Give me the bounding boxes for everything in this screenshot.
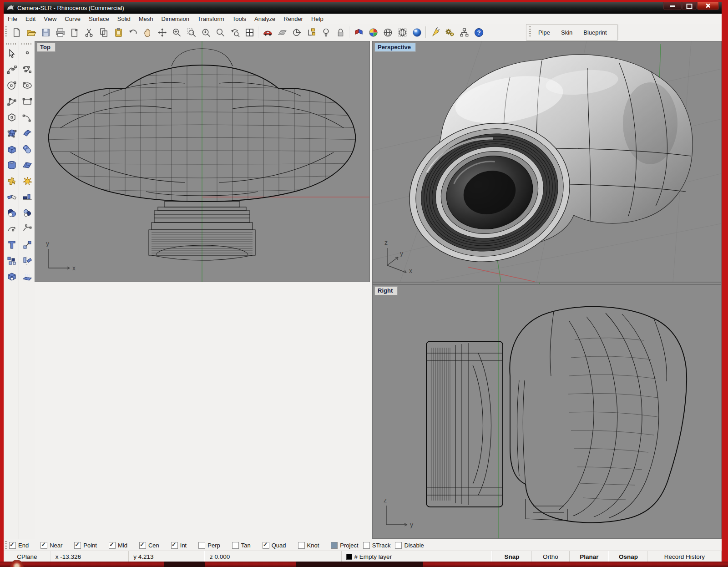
- snap-toggle[interactable]: Snap: [492, 551, 532, 562]
- text-icon[interactable]: [4, 237, 20, 253]
- title-bar[interactable]: Camera-SLR - Rhinoceros (Commercial): [4, 2, 722, 14]
- arc-icon[interactable]: [19, 109, 35, 125]
- help-icon[interactable]: ?: [471, 25, 486, 40]
- osnap-grip[interactable]: [5, 541, 7, 549]
- copy-icon[interactable]: [96, 25, 111, 40]
- viewport-top[interactable]: Top: [35, 41, 370, 282]
- record-history-toggle[interactable]: Record History: [648, 551, 722, 562]
- minimize-button[interactable]: [663, 2, 682, 10]
- select-icon[interactable]: [4, 46, 20, 61]
- extend-curve-icon[interactable]: [4, 221, 20, 237]
- osnap-mid-checkbox[interactable]: [109, 542, 116, 549]
- blueprint-button[interactable]: Blueprint: [578, 27, 612, 38]
- wireframe-display-icon[interactable]: [380, 25, 395, 40]
- menu-solid[interactable]: Solid: [113, 15, 135, 23]
- osnap-int[interactable]: Int: [171, 542, 187, 549]
- osnap-cen-checkbox[interactable]: [139, 542, 146, 549]
- hatch-icon[interactable]: [19, 268, 35, 284]
- osnap-end[interactable]: End: [9, 542, 29, 549]
- zoom-selected-icon[interactable]: [213, 25, 228, 40]
- close-button[interactable]: [697, 2, 719, 10]
- history-tree-icon[interactable]: [457, 25, 471, 40]
- extrude-box-icon[interactable]: [4, 268, 20, 284]
- polyline-icon[interactable]: [4, 93, 20, 109]
- undo-icon[interactable]: [126, 25, 140, 40]
- osnap-quad[interactable]: Quad: [263, 542, 286, 549]
- floating-toolbar-grip[interactable]: [529, 26, 531, 38]
- osnap-perp[interactable]: Perp: [198, 542, 220, 549]
- menu-dimension[interactable]: Dimension: [157, 15, 193, 23]
- osnap-strack[interactable]: STrack: [363, 542, 391, 549]
- save-icon[interactable]: [38, 25, 53, 40]
- osnap-project[interactable]: Project: [331, 542, 358, 549]
- osnap-knot[interactable]: Knot: [298, 542, 319, 549]
- menu-help[interactable]: Help: [307, 15, 328, 23]
- rectangle-icon[interactable]: [19, 93, 35, 109]
- open-icon[interactable]: [24, 25, 38, 40]
- options-icon[interactable]: [442, 25, 457, 40]
- pipe-button[interactable]: Pipe: [533, 27, 556, 38]
- surface-sheet-icon[interactable]: [19, 157, 35, 173]
- viewport-perspective[interactable]: Perspective: [372, 41, 722, 282]
- rendered-display-icon[interactable]: [410, 25, 424, 40]
- menu-analyze[interactable]: Analyze: [250, 15, 279, 23]
- osnap-point[interactable]: Point: [74, 542, 97, 549]
- maximize-button[interactable]: [682, 2, 697, 10]
- viewport-top-label[interactable]: Top: [37, 43, 56, 52]
- osnap-near[interactable]: Near: [40, 542, 62, 549]
- boolean-difference-icon[interactable]: [19, 205, 35, 221]
- menu-edit[interactable]: Edit: [21, 15, 40, 23]
- viewport-splitter-horizontal[interactable]: [35, 282, 370, 284]
- point-icon[interactable]: [19, 46, 35, 61]
- viewport-layout-icon[interactable]: [242, 25, 257, 40]
- pan-icon[interactable]: [140, 25, 155, 40]
- box-icon[interactable]: [4, 141, 20, 157]
- osnap-near-checkbox[interactable]: [40, 542, 47, 549]
- boolean-union-icon[interactable]: [4, 205, 20, 221]
- fillet-icon[interactable]: [4, 189, 20, 205]
- spheres-icon[interactable]: [19, 141, 35, 157]
- menu-render[interactable]: Render: [279, 15, 307, 23]
- menu-file[interactable]: File: [4, 15, 21, 23]
- osnap-project-checkbox[interactable]: [331, 542, 338, 549]
- blocks-icon[interactable]: [4, 253, 20, 268]
- curve-handles-icon[interactable]: [19, 61, 35, 77]
- named-views-icon[interactable]: [260, 25, 275, 40]
- new-icon[interactable]: [9, 25, 24, 40]
- plugin-puzzle-icon[interactable]: [4, 173, 20, 189]
- osnap-quad-checkbox[interactable]: [263, 542, 269, 549]
- menu-transform[interactable]: Transform: [193, 15, 228, 23]
- menu-surface[interactable]: Surface: [85, 15, 113, 23]
- adjustable-arc-icon[interactable]: [19, 221, 35, 237]
- toolbox-grip[interactable]: [6, 43, 17, 45]
- mesh-patch-icon[interactable]: [4, 125, 20, 141]
- ghosted-display-icon[interactable]: [395, 25, 410, 40]
- undo-view-icon[interactable]: [228, 25, 242, 40]
- tube-icon[interactable]: [4, 157, 20, 173]
- menu-curve[interactable]: Curve: [61, 15, 85, 23]
- menu-view[interactable]: View: [40, 15, 61, 23]
- print-icon[interactable]: [53, 25, 67, 40]
- osnap-tan[interactable]: Tan: [232, 542, 251, 549]
- curve-icon[interactable]: [4, 61, 20, 77]
- ellipse-icon[interactable]: [19, 77, 35, 93]
- osnap-mid[interactable]: Mid: [109, 542, 127, 549]
- menu-tools[interactable]: Tools: [228, 15, 250, 23]
- color-wheel-icon[interactable]: [366, 25, 380, 40]
- layer-pane[interactable]: # Empty layer: [342, 551, 492, 562]
- osnap-strack-checkbox[interactable]: [363, 542, 370, 549]
- ortho-toggle[interactable]: Ortho: [532, 551, 570, 562]
- osnap-toggle-button[interactable]: Osnap: [609, 551, 648, 562]
- viewport-perspective-label[interactable]: Perspective: [374, 43, 416, 52]
- osnap-disable-checkbox[interactable]: [395, 542, 402, 549]
- paste-icon[interactable]: [111, 25, 126, 40]
- osnap-knot-checkbox[interactable]: [298, 542, 305, 549]
- osnap-end-checkbox[interactable]: [9, 542, 16, 549]
- move-view-icon[interactable]: [155, 25, 169, 40]
- cplane-button[interactable]: CPlane: [4, 551, 51, 562]
- osnap-point-checkbox[interactable]: [74, 542, 81, 549]
- lamp-icon[interactable]: [318, 25, 333, 40]
- spotlight-icon[interactable]: [428, 25, 442, 40]
- cut-icon[interactable]: [82, 25, 96, 40]
- osnap-cen[interactable]: Cen: [139, 542, 159, 549]
